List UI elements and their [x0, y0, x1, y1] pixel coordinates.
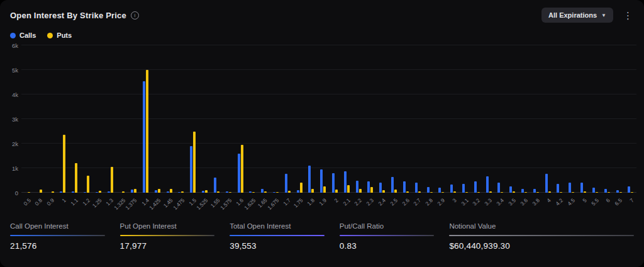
- x-axis-label: 4.5: [566, 197, 575, 207]
- stat-label: Put/Call Ratio: [340, 222, 435, 235]
- x-axis-label: 0.5: [22, 197, 31, 207]
- bar-group-1.575[interactable]: [223, 45, 235, 193]
- bar-group-5[interactable]: [577, 45, 589, 193]
- bar-group-1.325[interactable]: [116, 45, 128, 193]
- bar-group-1.475[interactable]: [175, 45, 187, 193]
- bar-group-2.5[interactable]: [388, 45, 400, 193]
- x-axis-label: 2.9: [436, 197, 445, 207]
- calls-bar: [72, 191, 74, 193]
- puts-bar: [276, 192, 279, 193]
- bar-group-1.3[interactable]: [104, 45, 116, 193]
- x-axis-label: 2.5: [389, 197, 398, 207]
- bar-group-1.625[interactable]: [246, 45, 258, 193]
- bar-group-2.7[interactable]: [412, 45, 424, 193]
- bar-group-2.1[interactable]: [341, 45, 353, 193]
- calls-bar: [155, 190, 157, 193]
- bar-group-1.65[interactable]: [258, 45, 270, 193]
- expirations-dropdown[interactable]: All Expirations ▼: [541, 8, 613, 23]
- stat-value: 17,977: [120, 241, 215, 251]
- calls-bar: [167, 191, 169, 193]
- bar-group-1.55[interactable]: [211, 45, 223, 193]
- calls-bar: [60, 191, 62, 193]
- bar-group-5.5[interactable]: [589, 45, 601, 193]
- bar-group-3.6[interactable]: [518, 45, 530, 193]
- bar-group-0.8[interactable]: [33, 45, 45, 193]
- calls-bar: [356, 181, 358, 193]
- stat-notional-value: Notional Value$60,440,939.30: [449, 222, 634, 251]
- bar-group-1[interactable]: [57, 45, 69, 193]
- bar-group-1.1[interactable]: [69, 45, 80, 193]
- bar-group-4.2[interactable]: [554, 45, 566, 193]
- bar-group-2.6[interactable]: [400, 45, 412, 193]
- x-axis-label: 2.8: [425, 197, 434, 207]
- bar-group-2.8[interactable]: [424, 45, 436, 193]
- x-axis-label: 3.8: [531, 197, 540, 207]
- calls-bar: [190, 146, 192, 193]
- bar-group-1.525[interactable]: [199, 45, 211, 193]
- bar-group-0.9[interactable]: [45, 45, 57, 193]
- x-axis-label: 6: [605, 197, 611, 203]
- legend-item-puts[interactable]: Puts: [47, 31, 72, 39]
- bar-group-4.5[interactable]: [565, 45, 577, 193]
- bar-group-1.675[interactable]: [270, 45, 282, 193]
- bar-group-2.2[interactable]: [353, 45, 365, 193]
- bar-group-6.5[interactable]: [613, 45, 625, 193]
- bar-group-1.25[interactable]: [92, 45, 104, 193]
- puts-bar: [465, 192, 468, 193]
- bar-group-3.1[interactable]: [459, 45, 471, 193]
- calls-bar: [214, 178, 216, 193]
- info-icon[interactable]: i: [131, 11, 139, 20]
- bar-group-1.375[interactable]: [128, 45, 140, 193]
- legend-item-calls[interactable]: Calls: [10, 31, 36, 39]
- bar-group-6[interactable]: [601, 45, 613, 193]
- puts-bar: [489, 191, 492, 193]
- bar-group-7[interactable]: [625, 45, 636, 193]
- bar-group-3[interactable]: [447, 45, 459, 193]
- stat-accent-underline: [120, 235, 215, 236]
- bar-group-1.75[interactable]: [294, 45, 306, 193]
- stat-accent-underline: [340, 235, 435, 236]
- bar-group-2.4[interactable]: [376, 45, 388, 193]
- bar-group-1.9[interactable]: [317, 45, 329, 193]
- bar-group-1.2[interactable]: [80, 45, 92, 193]
- bar-group-1.8[interactable]: [306, 45, 318, 193]
- bar-group-3.8[interactable]: [530, 45, 542, 193]
- x-axis-label: 5.5: [590, 197, 599, 207]
- puts-bar: [631, 192, 633, 193]
- puts-bar: [146, 70, 148, 193]
- bar-group-2.9[interactable]: [435, 45, 447, 193]
- puts-bar: [288, 191, 291, 193]
- puts-bar: [359, 189, 362, 193]
- bar-group-1.7[interactable]: [282, 45, 294, 193]
- bar-chart: 01k2k3k4k5k6k: [0, 44, 644, 193]
- bar-group-1.6[interactable]: [235, 45, 247, 193]
- bar-group-0.5[interactable]: [21, 45, 33, 193]
- bar-group-3.3[interactable]: [483, 45, 495, 193]
- bar-group-1.45[interactable]: [164, 45, 175, 193]
- bar-group-1.4[interactable]: [140, 45, 152, 193]
- calls-bar: [486, 176, 489, 193]
- bar-group-2.3[interactable]: [365, 45, 377, 193]
- bar-group-1.425[interactable]: [152, 45, 164, 193]
- y-axis-tick: 4k: [12, 91, 18, 98]
- x-axis-label: 7: [628, 197, 635, 203]
- calls-bar: [509, 186, 512, 193]
- bar-group-3.4[interactable]: [495, 45, 507, 193]
- bar-group-2[interactable]: [329, 45, 341, 193]
- calls-bar: [474, 181, 477, 193]
- puts-bar: [548, 191, 551, 193]
- kebab-menu-icon[interactable]: ⋮: [621, 9, 635, 21]
- bar-group-1.5[interactable]: [187, 45, 199, 193]
- bar-group-3.5[interactable]: [506, 45, 518, 193]
- expirations-dropdown-label: All Expirations: [548, 11, 597, 19]
- puts-bar: [217, 191, 219, 193]
- stat-label: Notional Value: [449, 222, 634, 235]
- calls-bar: [84, 192, 86, 193]
- puts-bar: [441, 192, 444, 193]
- calls-bar: [249, 191, 252, 193]
- calls-bar: [557, 184, 559, 193]
- puts-bar: [525, 192, 527, 193]
- card-header: Open Interest By Strike Price i All Expi…: [0, 0, 644, 25]
- bar-group-3.2[interactable]: [471, 45, 483, 193]
- bar-group-4[interactable]: [542, 45, 554, 193]
